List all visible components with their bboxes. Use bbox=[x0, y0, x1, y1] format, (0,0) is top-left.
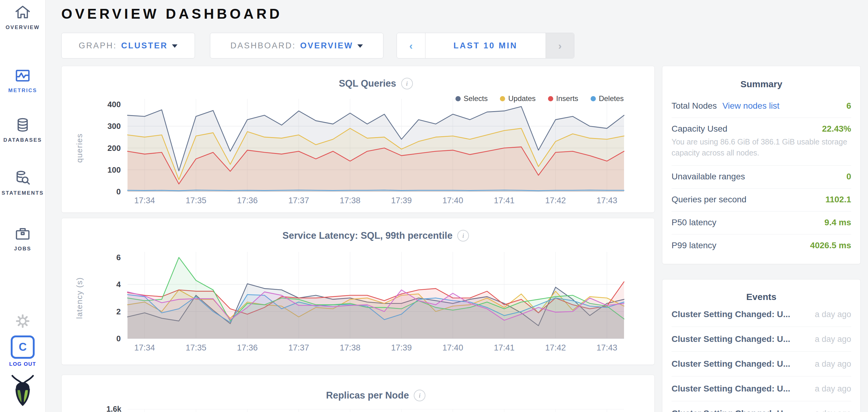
time-range-picker: ‹ LAST 10 MIN › bbox=[397, 33, 575, 59]
summary-row: Unavailable ranges0 bbox=[662, 172, 860, 181]
legend-dot-icon bbox=[591, 96, 596, 101]
legend-dot-icon bbox=[456, 96, 461, 101]
summary-value: 1102.1 bbox=[826, 195, 851, 204]
time-prev-button[interactable]: ‹ bbox=[397, 33, 426, 58]
sidebar-item-overview[interactable]: OVERVIEW bbox=[0, 4, 45, 31]
event-row[interactable]: Cluster Setting Changed: U...a day ago bbox=[662, 309, 860, 319]
svg-text:17:38: 17:38 bbox=[340, 196, 361, 205]
metrics-icon bbox=[14, 67, 31, 84]
divider bbox=[672, 376, 851, 377]
chart-title: SQL Queries bbox=[339, 78, 396, 89]
sidebar-item-label: METRICS bbox=[0, 88, 45, 94]
legend-item-selects[interactable]: Selects bbox=[456, 94, 488, 103]
event-time: a day ago bbox=[815, 335, 851, 344]
chart-card-service-latency: Service Latency: SQL, 99th percentile i … bbox=[61, 218, 655, 365]
sidebar-item-metrics[interactable]: METRICS bbox=[0, 67, 45, 94]
svg-text:17:37: 17:37 bbox=[288, 343, 309, 352]
svg-text:6: 6 bbox=[117, 253, 121, 262]
events-title: Events bbox=[662, 292, 860, 302]
summary-label: Total Nodes bbox=[672, 101, 717, 111]
event-time: a day ago bbox=[815, 359, 851, 369]
chart-legend: SelectsUpdatesInsertsDeletes bbox=[456, 94, 624, 103]
dashboard-dropdown-value: OVERVIEW bbox=[300, 41, 353, 50]
summary-value: 0 bbox=[846, 172, 851, 181]
sidebar-item-label: OVERVIEW bbox=[0, 25, 45, 31]
gear-icon bbox=[14, 313, 31, 329]
info-icon[interactable]: i bbox=[401, 78, 413, 90]
svg-text:17:38: 17:38 bbox=[340, 343, 361, 352]
legend-item-deletes[interactable]: Deletes bbox=[591, 94, 624, 103]
svg-text:100: 100 bbox=[107, 165, 121, 174]
sidebar-item-jobs[interactable]: JOBS bbox=[0, 226, 45, 252]
svg-text:17:41: 17:41 bbox=[494, 196, 515, 205]
cockroach-c-icon: C bbox=[11, 336, 35, 359]
summary-row: P50 latency9.4 ms bbox=[662, 218, 860, 228]
settings-gear-button[interactable] bbox=[0, 313, 45, 331]
summary-row: Queries per second1102.1 bbox=[662, 195, 860, 204]
capacity-caption: You are using 86.6 GiB of 386.1 GiB usab… bbox=[662, 136, 860, 159]
chart-card-replicas-per-node: Replicas per Node i 1.6k bbox=[61, 375, 655, 412]
summary-label: P50 latency bbox=[672, 218, 716, 228]
graph-dropdown[interactable]: GRAPH: CLUSTER bbox=[61, 33, 195, 59]
sidebar-item-statements[interactable]: STATEMENTS bbox=[0, 170, 45, 196]
legend-item-inserts[interactable]: Inserts bbox=[548, 94, 578, 103]
info-icon[interactable]: i bbox=[457, 230, 469, 241]
sidebar-item-databases[interactable]: DATABASES bbox=[0, 117, 45, 143]
event-time: a day ago bbox=[815, 409, 851, 412]
svg-text:latency (s): latency (s) bbox=[75, 277, 84, 319]
svg-text:200: 200 bbox=[107, 143, 121, 153]
graph-dropdown-label: GRAPH: bbox=[79, 41, 117, 50]
info-icon[interactable]: i bbox=[414, 390, 426, 401]
svg-text:17:36: 17:36 bbox=[237, 196, 258, 205]
svg-text:0: 0 bbox=[117, 334, 121, 343]
divider bbox=[672, 234, 851, 235]
svg-text:2: 2 bbox=[117, 307, 121, 316]
view-nodes-link[interactable]: View nodes list bbox=[722, 101, 779, 111]
svg-text:17:35: 17:35 bbox=[186, 196, 207, 205]
chevron-down-icon bbox=[172, 44, 178, 48]
divider bbox=[672, 401, 851, 401]
legend-label: Deletes bbox=[599, 94, 624, 103]
summary-row: Total NodesView nodes list6 bbox=[662, 101, 860, 111]
event-label: Cluster Setting Changed: U... bbox=[672, 359, 790, 369]
dashboard-dropdown[interactable]: DASHBOARD: OVERVIEW bbox=[210, 33, 383, 59]
svg-text:17:39: 17:39 bbox=[391, 196, 412, 205]
summary-row: Capacity Used22.43% bbox=[662, 124, 860, 134]
sidebar-item-label: STATEMENTS bbox=[0, 190, 45, 196]
svg-text:17:36: 17:36 bbox=[237, 343, 258, 352]
summary-label: P99 latency bbox=[672, 241, 716, 250]
chart-title: Service Latency: SQL, 99th percentile bbox=[283, 230, 453, 241]
svg-text:17:42: 17:42 bbox=[545, 196, 566, 205]
event-row[interactable]: Cluster Setting Changed: U...a day ago bbox=[662, 359, 860, 369]
svg-text:4: 4 bbox=[117, 280, 121, 289]
event-row[interactable]: Cluster Setting Changed: U...a day ago bbox=[662, 409, 860, 412]
legend-dot-icon bbox=[548, 96, 553, 101]
summary-value: 22.43% bbox=[822, 124, 851, 134]
svg-text:17:43: 17:43 bbox=[596, 343, 617, 352]
summary-label: Unavailable ranges bbox=[672, 172, 745, 181]
summary-panel: Summary Total NodesView nodes list6Capac… bbox=[662, 66, 861, 264]
summary-value: 9.4 ms bbox=[825, 218, 851, 228]
sidebar-item-label: DATABASES bbox=[0, 137, 45, 143]
cockroach-logo[interactable] bbox=[0, 374, 45, 409]
event-label: Cluster Setting Changed: U... bbox=[672, 309, 790, 319]
legend-item-updates[interactable]: Updates bbox=[500, 94, 535, 103]
event-row[interactable]: Cluster Setting Changed: U...a day ago bbox=[662, 384, 860, 393]
event-label: Cluster Setting Changed: U... bbox=[672, 409, 790, 412]
svg-text:1.6k: 1.6k bbox=[106, 405, 121, 412]
summary-row: P99 latency4026.5 ms bbox=[662, 241, 860, 250]
chevron-down-icon bbox=[358, 44, 363, 48]
legend-label: Updates bbox=[508, 94, 535, 103]
event-row[interactable]: Cluster Setting Changed: U...a day ago bbox=[662, 334, 860, 344]
event-time: a day ago bbox=[815, 310, 851, 319]
svg-text:17:37: 17:37 bbox=[288, 196, 309, 205]
svg-text:17:34: 17:34 bbox=[134, 343, 155, 352]
time-next-button[interactable]: › bbox=[546, 33, 574, 58]
svg-text:17:39: 17:39 bbox=[391, 343, 412, 352]
summary-label: Queries per second bbox=[672, 195, 746, 204]
time-range-value[interactable]: LAST 10 MIN bbox=[426, 33, 546, 58]
summary-label: Capacity Used bbox=[672, 124, 727, 134]
home-icon bbox=[14, 4, 31, 21]
sidebar-item-logout[interactable]: C LOG OUT bbox=[0, 336, 45, 367]
databases-icon bbox=[14, 117, 31, 133]
